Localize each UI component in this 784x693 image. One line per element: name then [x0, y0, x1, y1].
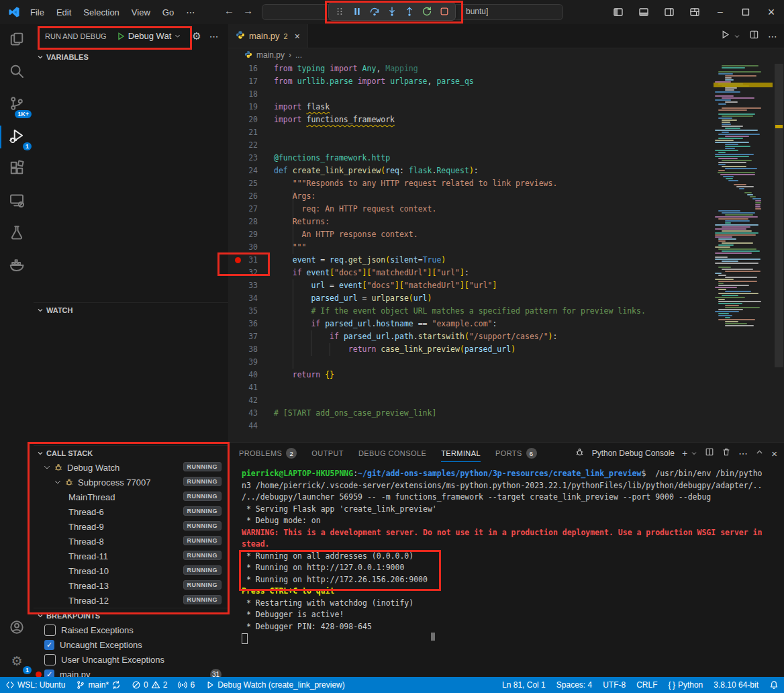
layout-custom-icon[interactable]	[682, 0, 707, 24]
line-number[interactable]: 20	[228, 113, 258, 126]
line-number[interactable]: 30	[228, 241, 258, 254]
minimap[interactable]	[714, 62, 774, 371]
split-terminal-icon[interactable]	[705, 447, 714, 459]
layout-sidebar-right-icon[interactable]	[656, 0, 682, 24]
breakpoint-checkbox[interactable]	[44, 625, 56, 636]
status-item-ln-81-col-1[interactable]: Ln 81, Col 1	[497, 677, 551, 693]
breakpoint-checkbox[interactable]: ✓	[44, 640, 54, 650]
code-line[interactable]: 32 if event["docs"]["matchedUrl"]["url"]…	[228, 267, 714, 279]
line-number[interactable]: 36	[228, 318, 258, 330]
line-number[interactable]: 38	[228, 343, 258, 356]
status-item-0[interactable]: 02	[126, 677, 173, 693]
code-editor[interactable]: 16from typing import Any, Mapping17from …	[228, 62, 714, 442]
line-number[interactable]: 29	[228, 228, 258, 241]
code-line[interactable]: 29 An HTTP response context.	[228, 228, 714, 241]
line-number[interactable]: 31	[228, 254, 258, 267]
run-python-file-icon[interactable]	[720, 30, 730, 42]
editor-more-actions-icon[interactable]: ⋯	[768, 31, 777, 42]
code-line[interactable]: 19import flask	[228, 101, 714, 113]
maximize-icon[interactable]	[733, 0, 758, 24]
line-number[interactable]: 19	[228, 101, 258, 113]
panel-tab-ports[interactable]: PORTS6	[495, 443, 537, 464]
status-item-debug-watch-create-link-preview-[interactable]: Debug Watch (create_link_preview)	[200, 677, 350, 693]
code-line[interactable]: 28 Returns:	[228, 216, 714, 228]
breakpoint-row[interactable]: ✓Uncaught Exceptions	[34, 637, 228, 652]
terminal-instance-label[interactable]: Python Debug Console	[592, 449, 675, 458]
callstack-row[interactable]: Thread-12RUNNING	[34, 593, 228, 608]
status-item-utf-8[interactable]: UTF-8	[597, 677, 631, 693]
new-terminal-icon[interactable]: +	[682, 448, 687, 459]
minimize-icon[interactable]: ─	[707, 0, 733, 24]
step-into-icon[interactable]	[383, 4, 401, 19]
code-line[interactable]: 41	[228, 381, 714, 394]
line-number[interactable]: 24	[228, 165, 258, 177]
line-number[interactable]: 33	[228, 279, 258, 292]
code-line[interactable]: 43# [START add_ons_case_preview_link]	[228, 407, 714, 420]
variables-section-header[interactable]: VARIABLES	[34, 50, 228, 64]
line-number[interactable]: 43	[228, 407, 258, 420]
line-number[interactable]: 32	[228, 267, 258, 279]
menu-item-more[interactable]: ⋯	[180, 7, 201, 17]
panel-more-actions-icon[interactable]: ⋯	[738, 448, 748, 459]
tab-close-icon[interactable]: ×	[295, 31, 300, 42]
code-line[interactable]: 21	[228, 126, 714, 139]
line-number[interactable]: 35	[228, 305, 258, 318]
code-line[interactable]: 30 """	[228, 241, 714, 254]
code-line[interactable]: 17from urllib.parse import urlparse, par…	[228, 75, 714, 88]
callstack-row[interactable]: Thread-8RUNNING	[34, 534, 228, 549]
status-item-crlf[interactable]: CRLF	[631, 677, 663, 693]
code-line[interactable]: 42	[228, 394, 714, 407]
close-icon[interactable]: ×	[758, 0, 784, 24]
code-line[interactable]: 31 event = req.get_json(silent=True)	[228, 254, 714, 267]
code-line[interactable]: 27 req: An HTTP request context.	[228, 203, 714, 216]
menu-item-selection[interactable]: Selection	[77, 7, 125, 17]
breakpoint-checkbox[interactable]	[44, 654, 56, 665]
line-number[interactable]: 44	[228, 420, 258, 432]
step-over-icon[interactable]	[366, 4, 383, 19]
menu-item-go[interactable]: Go	[156, 7, 180, 17]
line-number[interactable]: 25	[228, 177, 258, 190]
status-item-main-[interactable]: main*	[70, 677, 126, 693]
status-item-wsl-ubuntu[interactable]: WSL: Ubuntu	[0, 677, 70, 693]
line-number[interactable]: 39	[228, 356, 258, 369]
activity-item-run-and-debug[interactable]: 1	[0, 121, 34, 153]
code-line[interactable]: 38 return case_link_preview(parsed_url)	[228, 343, 714, 356]
code-line[interactable]: 24def create_link_preview(req: flask.Req…	[228, 165, 714, 177]
callstack-row[interactable]: Subprocess 77007RUNNING	[34, 475, 228, 490]
activity-item-explorer[interactable]	[0, 24, 34, 56]
line-number[interactable]: 28	[228, 216, 258, 228]
editor-scrollbar[interactable]	[774, 62, 784, 442]
code-line[interactable]: 25 """Responds to any HTTP request relat…	[228, 177, 714, 190]
breakpoint-row[interactable]: User Uncaught Exceptions	[34, 652, 228, 667]
code-line[interactable]: 18	[228, 88, 714, 101]
line-number[interactable]: 22	[228, 139, 258, 152]
menu-item-file[interactable]: File	[24, 7, 50, 17]
activity-item-remote-explorer[interactable]	[0, 185, 34, 218]
line-number[interactable]: 40	[228, 369, 258, 381]
line-number[interactable]: 27	[228, 203, 258, 216]
code-line[interactable]: 26 Args:	[228, 190, 714, 203]
activity-item-settings[interactable]: ⚙1	[0, 645, 34, 677]
line-number[interactable]: 34	[228, 292, 258, 305]
launch-config-dropdown[interactable]: Debug Wat	[113, 28, 185, 44]
run-dropdown-chevron-icon[interactable]	[734, 30, 740, 42]
code-line[interactable]: 23@functions_framework.http	[228, 152, 714, 165]
line-number[interactable]: 26	[228, 190, 258, 203]
split-editor-icon[interactable]	[749, 30, 759, 42]
callstack-row[interactable]: Debug WatchRUNNING	[34, 460, 228, 475]
code-line[interactable]: 20import functions_framework	[228, 113, 714, 126]
status-item-6[interactable]: 6	[173, 677, 200, 693]
debug-settings-gear-icon[interactable]: ⚙	[192, 30, 201, 42]
line-number[interactable]: 17	[228, 75, 258, 88]
activity-item-extensions[interactable]	[0, 153, 34, 185]
status-item-spaces-4[interactable]: Spaces: 4	[551, 677, 597, 693]
breadcrumb[interactable]: main.py › ...	[228, 48, 784, 62]
activity-item-search[interactable]	[0, 56, 34, 89]
panel-tab-problems[interactable]: PROBLEMS2	[239, 443, 297, 464]
layout-sidebar-left-icon[interactable]	[605, 0, 631, 24]
code-line[interactable]: 39	[228, 356, 714, 369]
activity-item-testing[interactable]	[0, 218, 34, 250]
callstack-row[interactable]: Thread-10RUNNING	[34, 563, 228, 578]
code-line[interactable]: 35 # If the event object URL matches a s…	[228, 305, 714, 318]
close-panel-icon[interactable]: ×	[771, 448, 777, 459]
